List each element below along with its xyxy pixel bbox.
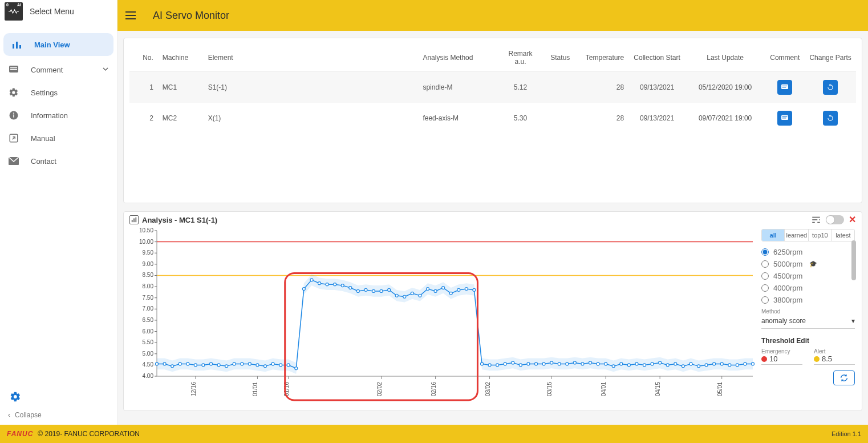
svg-point-53 — [163, 363, 166, 365]
gear-icon — [8, 87, 19, 98]
cell-collection-start: 09/13/2021 — [628, 103, 686, 134]
svg-rect-2 — [19, 45, 21, 49]
svg-point-90 — [449, 292, 452, 295]
col-element[interactable]: Element — [204, 44, 419, 72]
rpm-option[interactable]: 6250rpm — [761, 246, 855, 258]
scrollbar-thumb[interactable] — [851, 240, 856, 280]
comment-button[interactable] — [777, 80, 792, 95]
tab-all[interactable]: all — [762, 229, 785, 241]
sidebar-item-main-view[interactable]: Main View — [3, 33, 113, 56]
comment-button[interactable] — [777, 111, 792, 126]
yellow-dot-icon — [814, 356, 820, 362]
sidebar-item-settings[interactable]: Settings — [0, 81, 117, 104]
svg-point-126 — [728, 364, 731, 367]
svg-point-129 — [752, 363, 755, 365]
main: AI Servo Monitor No. Machine Element Ana… — [117, 0, 868, 425]
sidebar-item-manual[interactable]: Manual — [0, 127, 117, 150]
rpm-radio[interactable] — [761, 296, 769, 304]
svg-point-55 — [179, 363, 181, 365]
collapse-label: Collapse — [15, 411, 42, 419]
col-no[interactable]: No. — [129, 44, 158, 72]
svg-point-8 — [13, 112, 14, 114]
sidebar-item-contact[interactable]: Contact — [0, 150, 117, 172]
rpm-option[interactable]: 3800rpm — [761, 294, 855, 306]
collapse-button[interactable]: ‹ Collapse — [8, 411, 109, 419]
sidebar-item-comment[interactable]: Comment — [0, 58, 117, 81]
method-select[interactable]: anomaly score ▾ — [761, 315, 855, 329]
svg-point-103 — [550, 361, 553, 364]
data-table: No. Machine Element Analysis Method Rema… — [129, 44, 856, 134]
graduation-cap-icon: 🎓 — [809, 260, 817, 268]
table-row[interactable]: 2 MC2 X(1) feed-axis-M 5.30 28 09/13/202… — [129, 103, 856, 134]
nav: Main View Comment Settings Information M… — [0, 31, 117, 385]
rpm-radio[interactable] — [761, 284, 769, 292]
svg-point-52 — [156, 363, 159, 365]
svg-point-107 — [581, 363, 584, 365]
svg-point-98 — [512, 361, 514, 364]
col-machine[interactable]: Machine — [158, 44, 204, 72]
svg-point-84 — [403, 295, 406, 298]
svg-point-54 — [171, 365, 174, 368]
alert-value-field[interactable]: 8.5 — [814, 355, 855, 365]
comment-icon — [8, 64, 19, 75]
col-change-parts[interactable]: Change Parts — [805, 44, 856, 72]
col-temperature[interactable]: Temperature — [577, 44, 628, 72]
svg-text:9.00: 9.00 — [143, 261, 154, 267]
tab-top10[interactable]: top10 — [809, 229, 832, 241]
rpm-radio[interactable] — [761, 260, 769, 268]
cell-machine: MC2 — [158, 103, 204, 134]
change-parts-button[interactable] — [823, 80, 838, 95]
cell-remark: 5.12 — [498, 72, 543, 103]
emergency-value-field[interactable]: 10 — [761, 355, 802, 365]
tab-latest[interactable]: latest — [832, 229, 854, 241]
svg-point-92 — [465, 288, 468, 291]
col-comment[interactable]: Comment — [765, 44, 805, 72]
chart-area[interactable]: 10.5010.009.509.008.508.007.507.006.506.… — [128, 216, 757, 406]
rpm-option[interactable]: 4500rpm — [761, 270, 855, 282]
rpm-radio[interactable] — [761, 272, 769, 280]
rpm-radio[interactable] — [761, 248, 769, 256]
svg-rect-0 — [13, 44, 14, 49]
change-parts-button[interactable] — [823, 111, 838, 126]
tab-learned[interactable]: learned — [785, 229, 809, 241]
svg-text:4.00: 4.00 — [143, 373, 154, 379]
rpm-option[interactable]: 4000rpm — [761, 282, 855, 294]
red-dot-icon — [761, 356, 767, 362]
svg-point-101 — [535, 363, 538, 365]
logo-row: 0 AI Select Menu — [0, 0, 117, 23]
svg-point-94 — [481, 363, 484, 365]
svg-text:04/15: 04/15 — [655, 382, 661, 396]
rpm-label: 3800rpm — [773, 296, 802, 304]
svg-text:01/01: 01/01 — [252, 382, 258, 396]
svg-rect-12 — [782, 86, 788, 86]
settings-gear-button[interactable] — [8, 389, 23, 404]
method-label: Method — [761, 308, 855, 315]
chevron-left-icon: ‹ — [8, 411, 10, 419]
table-row[interactable]: 1 MC1 S1(-1) spindle-M 5.12 28 09/13/202… — [129, 72, 856, 103]
col-last-update[interactable]: Last Update — [686, 44, 765, 72]
col-status[interactable]: Status — [543, 44, 577, 72]
cell-no: 2 — [129, 103, 158, 134]
svg-point-102 — [542, 363, 545, 365]
col-remark[interactable]: Remark a.u. — [498, 44, 543, 72]
menu-icon[interactable] — [125, 9, 139, 22]
svg-point-68 — [279, 364, 282, 367]
svg-point-87 — [427, 288, 429, 291]
cell-collection-start: 09/13/2021 — [628, 72, 686, 103]
svg-point-56 — [186, 363, 189, 365]
col-collection-start[interactable]: Collection Start — [628, 44, 686, 72]
sidebar-item-information[interactable]: Information — [0, 104, 117, 127]
data-table-card: No. Machine Element Analysis Method Rema… — [123, 38, 862, 203]
svg-text:6.00: 6.00 — [143, 328, 154, 335]
rpm-option[interactable]: 5000rpm🎓 — [761, 258, 855, 270]
svg-point-71 — [302, 288, 305, 291]
svg-point-58 — [202, 364, 205, 367]
rpm-label: 4000rpm — [773, 284, 802, 292]
svg-point-80 — [372, 289, 375, 292]
refresh-button[interactable] — [833, 370, 855, 385]
svg-point-116 — [651, 363, 654, 365]
col-analysis-method[interactable]: Analysis Method — [418, 44, 497, 72]
svg-point-65 — [256, 364, 259, 367]
svg-point-66 — [264, 365, 267, 368]
svg-point-125 — [720, 363, 723, 365]
